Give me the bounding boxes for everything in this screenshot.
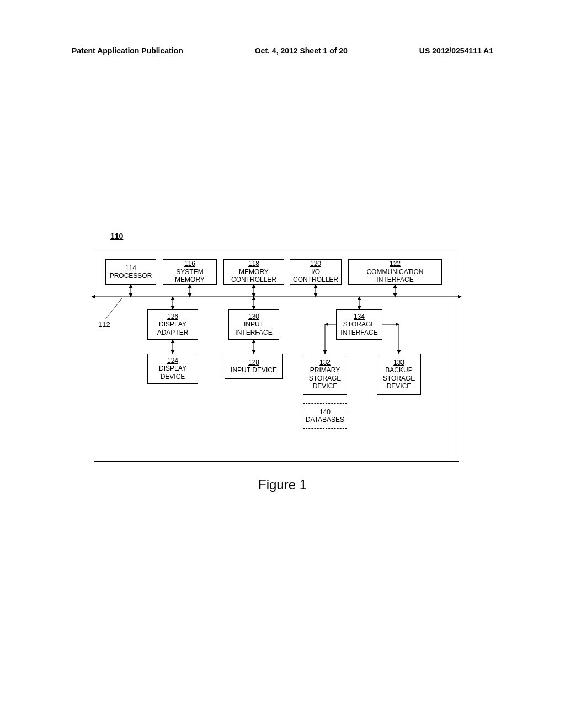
block-number: 133 [393, 358, 404, 366]
header-center: Oct. 4, 2012 Sheet 1 of 20 [255, 46, 348, 55]
block-number: 132 [319, 358, 331, 366]
svg-line-1 [105, 298, 122, 319]
block-label: DATABASES [306, 416, 344, 424]
block-storage-interface: 134 STORAGE INTERFACE [336, 309, 382, 340]
block-label: INPUT INTERFACE [230, 320, 278, 336]
block-number: 116 [184, 260, 195, 267]
block-number: 140 [319, 408, 331, 416]
block-number: 126 [167, 313, 178, 320]
block-system-memory: 116 SYSTEM MEMORY [163, 259, 217, 285]
block-label: COMMUNICATION INTERFACE [350, 268, 440, 284]
block-label: PROCESSOR [110, 272, 152, 280]
block-input-device: 128 INPUT DEVICE [225, 354, 283, 379]
block-number: 122 [390, 260, 401, 267]
page: Patent Application Publication Oct. 4, 2… [0, 0, 565, 728]
block-label: DISPLAY DEVICE [149, 365, 196, 381]
block-databases: 140 DATABASES [303, 403, 347, 429]
figure-title: Figure 1 [0, 477, 565, 493]
block-number: 124 [167, 357, 178, 365]
bus-reference-number: 112 [98, 320, 110, 329]
block-number: 114 [125, 264, 136, 272]
block-display-device: 124 DISPLAY DEVICE [147, 354, 198, 384]
block-communication-interface: 122 COMMUNICATION INTERFACE [348, 259, 442, 285]
block-backup-storage: 133 BACKUP STORAGE DEVICE [377, 354, 421, 395]
block-label: SYSTEM MEMORY [164, 268, 215, 284]
header-left: Patent Application Publication [72, 46, 183, 55]
block-number: 120 [310, 260, 321, 267]
block-number: 130 [248, 313, 259, 320]
block-number: 128 [248, 358, 259, 366]
block-input-interface: 130 INPUT INTERFACE [228, 309, 279, 340]
block-number: 118 [248, 260, 259, 267]
block-primary-storage: 132 PRIMARY STORAGE DEVICE [303, 354, 347, 395]
block-label: INPUT DEVICE [231, 366, 277, 374]
block-label: BACKUP STORAGE DEVICE [379, 366, 419, 390]
page-header: Patent Application Publication Oct. 4, 2… [0, 46, 565, 55]
block-label: PRIMARY STORAGE DEVICE [305, 366, 345, 390]
system-reference-number: 110 [110, 232, 123, 240]
block-processor: 114 PROCESSOR [105, 259, 156, 285]
block-display-adapter: 126 DISPLAY ADAPTER [147, 309, 198, 340]
block-io-controller: 120 I/O CONTROLLER [290, 259, 342, 285]
block-label: MEMORY CONTROLLER [225, 268, 282, 284]
header-right: US 2012/0254111 A1 [419, 46, 493, 55]
block-number: 134 [354, 313, 365, 320]
system-diagram: 114 PROCESSOR 116 SYSTEM MEMORY 118 MEMO… [94, 251, 459, 462]
block-label: STORAGE INTERFACE [338, 320, 381, 336]
block-label: DISPLAY ADAPTER [149, 320, 196, 336]
block-label: I/O CONTROLLER [291, 268, 340, 284]
block-memory-controller: 118 MEMORY CONTROLLER [223, 259, 284, 285]
